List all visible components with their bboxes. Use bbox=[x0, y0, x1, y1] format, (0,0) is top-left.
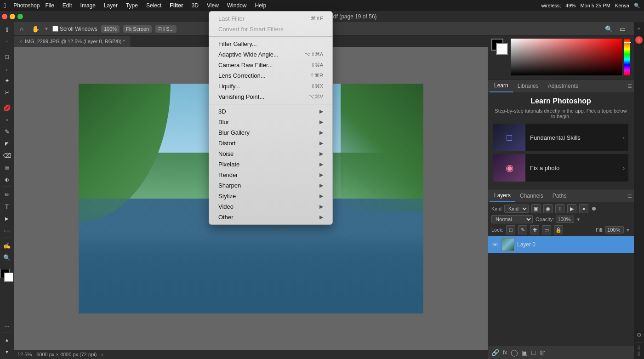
menu-sharpen[interactable]: Sharpen ▶ bbox=[209, 180, 332, 191]
menu-other[interactable]: Other ▶ bbox=[209, 212, 332, 222]
gradient-tool[interactable]: ▤ bbox=[1, 162, 12, 173]
mac-file[interactable]: File bbox=[46, 2, 54, 9]
fix-photo-card[interactable]: ◉ Fix a photo › bbox=[493, 154, 628, 182]
lasso-tool[interactable]: ⌞ bbox=[1, 63, 12, 74]
lock-image-btn[interactable]: ✎ bbox=[518, 225, 527, 234]
artboard-tool[interactable]: ◦ bbox=[1, 36, 12, 47]
brush-tool[interactable]: ✎ bbox=[1, 126, 12, 137]
menu-stylize[interactable]: Stylize ▶ bbox=[209, 191, 332, 201]
hand-tool-btn[interactable]: ✋ bbox=[30, 24, 40, 34]
canvas-tab[interactable]: × IMG_2299.JPG @ 12.5% (Layer 0, RGB/8) … bbox=[14, 36, 131, 47]
menu-convert-smart[interactable]: Convert for Smart Filters bbox=[209, 24, 332, 34]
mac-select[interactable]: Select bbox=[146, 2, 161, 9]
pen-tool[interactable]: ✏ bbox=[1, 189, 12, 200]
fill-input[interactable] bbox=[605, 226, 624, 234]
background-color-swatch[interactable] bbox=[496, 43, 508, 55]
learn-panel-menu-icon[interactable]: ☰ bbox=[627, 83, 632, 89]
menu-last-filter[interactable]: Last Filter ⌘⇧F bbox=[209, 13, 332, 24]
opacity-input[interactable] bbox=[556, 216, 574, 223]
fundamental-skills-card[interactable]: □ Fundamental Skills › bbox=[493, 124, 628, 151]
eraser-tool[interactable]: ⌫ bbox=[1, 150, 12, 161]
scroll-windows-option[interactable]: Scroll Windows bbox=[52, 26, 97, 32]
tab-libraries[interactable]: Libraries bbox=[513, 80, 543, 92]
zoom-out-btn[interactable]: ▲ bbox=[1, 334, 12, 345]
opacity-arrow[interactable]: ▼ bbox=[576, 217, 581, 222]
fit-screen-btn[interactable]: Fit Screen bbox=[123, 25, 152, 33]
zoom-level-btn[interactable]: 100% bbox=[101, 25, 120, 33]
layer-filter-type-btn[interactable]: T bbox=[555, 204, 564, 213]
menu-lens-correction[interactable]: Lens Correction... ⇧⌘R bbox=[209, 70, 332, 81]
tab-adjustments[interactable]: Adjustments bbox=[543, 80, 583, 92]
mac-image[interactable]: Image bbox=[80, 2, 96, 9]
new-layer-btn[interactable]: □ bbox=[531, 349, 535, 356]
mac-layer[interactable]: Layer bbox=[104, 2, 118, 9]
blend-mode-dropdown[interactable]: Normal bbox=[491, 215, 533, 223]
delete-layer-btn[interactable]: 🗑 bbox=[539, 349, 546, 356]
quick-select-tool[interactable]: ✦ bbox=[1, 75, 12, 86]
tab-learn[interactable]: Learn bbox=[490, 80, 513, 92]
background-color[interactable] bbox=[4, 273, 13, 282]
layout-icon-btn[interactable]: ▭ bbox=[617, 24, 627, 34]
add-panel-btn[interactable]: + bbox=[635, 25, 643, 33]
menu-blur[interactable]: Blur ▶ bbox=[209, 117, 332, 127]
nav-arrow[interactable]: › bbox=[101, 352, 103, 357]
dodge-tool[interactable]: ◐ bbox=[1, 174, 12, 185]
text-tool[interactable]: T bbox=[1, 201, 12, 212]
mac-filter[interactable]: Filter bbox=[170, 2, 183, 9]
layer-filter-pixel-btn[interactable]: ▣ bbox=[531, 204, 541, 213]
home-label[interactable]: Home bbox=[637, 345, 641, 356]
menu-pixelate[interactable]: Pixelate ▶ bbox=[209, 159, 332, 170]
layer-filter-adj-btn[interactable]: ◉ bbox=[543, 204, 553, 213]
crop-tool[interactable]: ✂ bbox=[1, 87, 12, 98]
layer-filter-smart-btn[interactable]: ● bbox=[579, 204, 588, 213]
shape-tool[interactable]: ▭ bbox=[1, 225, 12, 236]
hue-strip[interactable] bbox=[624, 39, 630, 75]
notif-btn[interactable]: 1 bbox=[635, 36, 643, 44]
tab-paths[interactable]: Paths bbox=[548, 189, 571, 202]
mac-app-name[interactable]: Photoshop bbox=[13, 2, 40, 9]
kind-dropdown[interactable]: Kind bbox=[504, 205, 529, 213]
search-icon-btn[interactable]: 🔍 bbox=[604, 24, 614, 34]
fill-arrow[interactable]: ▼ bbox=[626, 228, 630, 233]
menu-noise[interactable]: Noise ▶ bbox=[209, 148, 332, 159]
menu-render[interactable]: Render ▶ bbox=[209, 170, 332, 180]
menu-3d[interactable]: 3D ▶ bbox=[209, 106, 332, 117]
hand-tool[interactable]: ✍ bbox=[1, 240, 12, 251]
zoom-in-btn[interactable]: ▼ bbox=[1, 346, 12, 357]
settings-icon[interactable]: ⚙ bbox=[635, 331, 643, 339]
color-saturation-field[interactable] bbox=[511, 39, 622, 75]
lock-move-btn[interactable]: ✚ bbox=[530, 225, 539, 234]
marquee-tool[interactable]: □ bbox=[1, 51, 12, 62]
mac-3d[interactable]: 3D bbox=[192, 2, 199, 9]
home-icon-btn[interactable]: ⌂ bbox=[17, 24, 27, 34]
close-button[interactable] bbox=[2, 14, 7, 19]
mac-window[interactable]: Window bbox=[227, 2, 247, 9]
layer-visibility-toggle[interactable]: 👁 bbox=[491, 241, 499, 248]
new-group-btn[interactable]: ▣ bbox=[522, 349, 528, 356]
lock-all-btn[interactable]: 🔒 bbox=[554, 225, 563, 234]
lock-transparent-btn[interactable]: □ bbox=[506, 225, 515, 234]
mac-edit[interactable]: Edit bbox=[63, 2, 72, 9]
eyedropper-tool[interactable]: 💋 bbox=[1, 102, 12, 113]
scroll-windows-checkbox[interactable] bbox=[52, 26, 58, 32]
minimize-button[interactable] bbox=[10, 14, 15, 19]
zoom-tool[interactable]: 🔍 bbox=[1, 252, 12, 263]
table-row[interactable]: 👁 Layer 0 bbox=[488, 236, 634, 253]
menu-adaptive-wide[interactable]: Adaptive Wide Angle... ⌥⇧⌘A bbox=[209, 49, 332, 60]
menu-blur-gallery[interactable]: Blur Gallery ▶ bbox=[209, 127, 332, 138]
mac-view[interactable]: View bbox=[207, 2, 219, 9]
menu-distort[interactable]: Distort ▶ bbox=[209, 138, 332, 148]
maximize-button[interactable] bbox=[17, 14, 23, 19]
tab-layers[interactable]: Layers bbox=[490, 189, 515, 202]
extra-tools-btn[interactable]: … bbox=[1, 319, 12, 330]
apple-icon[interactable]:  bbox=[4, 2, 6, 9]
mac-help[interactable]: Help bbox=[255, 2, 266, 9]
lock-artboard-btn[interactable]: ▭ bbox=[542, 225, 551, 234]
fill-screen-btn[interactable]: Fill S... bbox=[155, 25, 177, 33]
add-mask-btn[interactable]: ◯ bbox=[511, 349, 518, 356]
mac-type[interactable]: Type bbox=[126, 2, 138, 9]
layers-panel-menu-icon[interactable]: ☰ bbox=[627, 193, 632, 199]
path-select-tool[interactable]: ▶ bbox=[1, 213, 12, 224]
menu-video[interactable]: Video ▶ bbox=[209, 201, 332, 212]
menu-filter-gallery[interactable]: Filter Gallery... bbox=[209, 39, 332, 49]
